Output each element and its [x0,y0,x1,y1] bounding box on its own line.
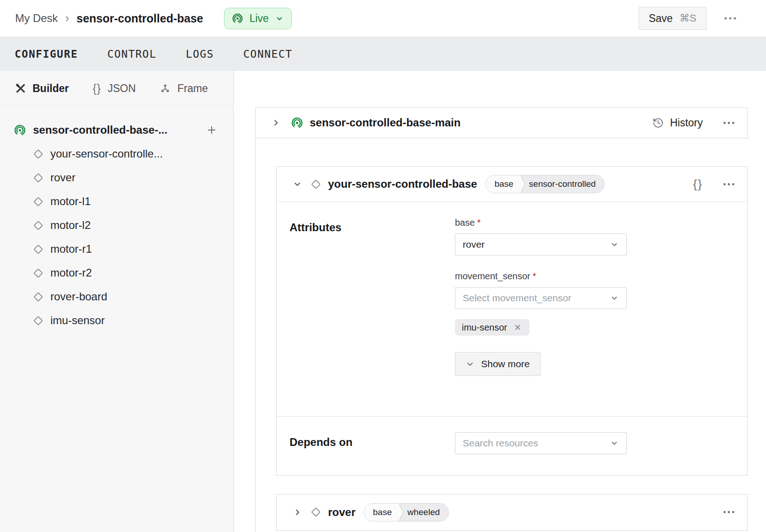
mode-frame-label: Frame [177,82,208,95]
breadcrumb-parent[interactable]: My Desk [15,12,58,25]
tree-item-motor-r1[interactable]: motor-r1 [14,237,219,261]
depends-on-section: Depends on Search resources [277,417,747,475]
base-select[interactable]: rover [455,233,627,255]
chevron-down-icon [610,293,619,303]
tree-item-motor-l1[interactable]: motor-l1 [14,190,219,213]
show-more-button[interactable]: Show more [455,352,541,376]
badge-separator-icon [521,175,526,193]
component-title: your-sensor-controlled-base [328,178,477,190]
tab-configure[interactable]: CONFIGURE [14,45,79,63]
tree-item-motor-l2[interactable]: motor-l2 [14,213,219,237]
topbar-more-menu-button[interactable] [721,14,739,23]
machine-part-more-menu-button[interactable] [720,119,738,127]
viam-radio-icon [291,117,303,129]
movement-sensor-field: movement_sensor* Select movement_sensor [455,271,627,336]
live-status-dropdown[interactable]: Live [224,8,291,29]
resource-tree: sensor-controlled-base-... your-sensor-c… [0,106,233,332]
rover-type-badge: base wheeled [364,503,449,521]
config-mode-switcher: Builder {} JSON Frame [0,71,233,106]
selected-sensor-chips: imu-sensor [455,319,627,336]
tree-item-your-sensor-controlled-base[interactable]: your-sensor-controlle... [14,142,219,166]
save-button-label: Save [649,12,673,25]
badge-separator-icon [399,504,405,521]
page-title: sensor-controlled-base [77,12,203,25]
history-button[interactable]: History [652,117,703,129]
mode-frame[interactable]: Frame [159,82,208,95]
tab-control[interactable]: CONTROL [106,45,157,63]
tree-item-rover[interactable]: rover [14,166,219,190]
component-diamond-icon [311,179,321,189]
base-field: base* rover [455,217,627,255]
mode-builder-label: Builder [33,82,69,95]
component-card-your-sensor-controlled-base: your-sensor-controlled-base base sensor-… [276,166,748,476]
movement-sensor-field-label: movement_sensor* [455,271,627,282]
save-button[interactable]: Save ⌘S [639,7,706,30]
machine-part-card: sensor-controlled-base-main History [255,107,748,138]
depends-on-select[interactable]: Search resources [455,432,627,454]
machine-part-actions: History [652,117,738,129]
rover-more-menu-button[interactable] [720,508,738,516]
badge-model: wheeled [405,504,449,521]
tree-root-machine[interactable]: sensor-controlled-base-... [14,118,219,142]
component-diamond-icon [311,507,321,517]
tree-item-motor-r2[interactable]: motor-r2 [14,261,219,285]
tree-item-rover-board[interactable]: rover-board [14,285,219,309]
component-diamond-icon [33,244,43,254]
breadcrumb-separator-icon: › [65,12,69,25]
tab-connect[interactable]: CONNECT [242,45,293,63]
chevron-down-icon [466,360,474,368]
component-card-header: your-sensor-controlled-base base sensor-… [277,167,747,202]
badge-type: base [364,504,399,521]
movement-sensor-placeholder: Select movement_sensor [463,293,610,304]
mode-builder[interactable]: Builder [15,82,69,95]
badge-model: sensor-controlled [526,175,605,193]
close-icon [514,323,522,331]
expand-machine-part-button[interactable] [272,119,280,127]
component-diamond-icon [33,315,43,325]
attributes-fields: base* rover [455,217,627,376]
machine-part-title: sensor-controlled-base-main [310,116,460,129]
rover-title: rover [328,506,356,519]
movement-sensor-select[interactable]: Select movement_sensor [455,287,627,309]
ellipsis-icon [723,510,735,514]
chevron-right-icon [293,508,301,516]
depends-on-heading: Depends on [290,432,455,454]
depends-on-fields: Search resources [455,432,627,454]
history-button-label: History [670,117,703,129]
add-resource-button[interactable] [204,122,219,138]
collapse-component-button[interactable] [293,180,301,188]
content-area: Builder {} JSON Frame [0,71,766,532]
component-diamond-icon [33,149,43,158]
chevron-down-icon [610,240,619,249]
component-actions: {} [693,177,738,191]
viam-radio-icon [14,124,26,136]
nested-resources-container: your-sensor-controlled-base base sensor-… [255,138,766,532]
expand-rover-button[interactable] [293,508,301,516]
frame-axes-icon [159,83,171,94]
component-card-rover: rover base wheeled [276,494,748,531]
component-more-menu-button[interactable] [720,180,738,189]
mode-json-label: JSON [108,82,136,95]
plus-icon [207,125,217,135]
component-diamond-icon [33,268,43,277]
chip-imu-sensor: imu-sensor [455,319,530,336]
tree-item-imu-sensor[interactable]: imu-sensor [14,309,219,332]
machine-config-page: My Desk › sensor-controlled-base Live Sa… [0,0,766,532]
tab-logs[interactable]: LOGS [185,45,215,63]
depends-on-placeholder: Search resources [463,438,610,449]
mode-json[interactable]: {} JSON [93,82,136,95]
tree-root-label: sensor-controlled-base-... [33,124,197,136]
view-json-button[interactable]: {} [693,177,703,191]
save-shortcut: ⌘S [679,12,696,24]
remove-chip-button[interactable] [513,322,523,332]
show-more-label: Show more [481,358,530,369]
attributes-section: Attributes base* rover [277,202,747,416]
badge-type: base [486,175,520,193]
chip-label: imu-sensor [462,322,507,333]
required-asterisk: * [477,217,481,228]
chevron-down-icon [293,180,301,188]
ellipsis-icon [724,16,737,20]
breadcrumb: My Desk › sensor-controlled-base [15,12,203,25]
braces-icon: {} [93,82,101,95]
live-status-label: Live [249,12,268,25]
